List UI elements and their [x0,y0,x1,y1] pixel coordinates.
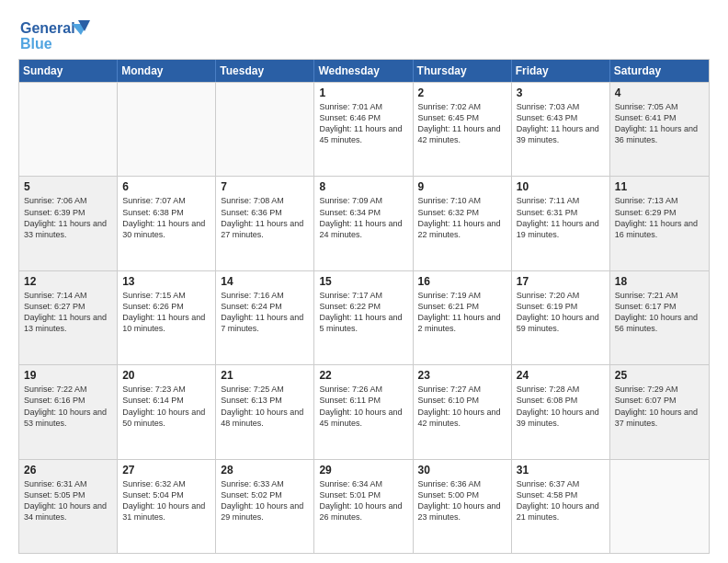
calendar-week: 26Sunrise: 6:31 AM Sunset: 5:05 PM Dayli… [19,459,709,553]
calendar-cell: 25Sunrise: 7:29 AM Sunset: 6:07 PM Dayli… [610,365,709,458]
day-info: Sunrise: 6:37 AM Sunset: 4:58 PM Dayligh… [517,478,605,523]
day-info: Sunrise: 7:29 AM Sunset: 6:07 PM Dayligh… [615,384,704,429]
day-info: Sunrise: 7:19 AM Sunset: 6:21 PM Dayligh… [418,290,506,335]
day-info: Sunrise: 7:26 AM Sunset: 6:11 PM Dayligh… [319,384,407,429]
day-number: 12 [24,275,112,288]
calendar-cell: 18Sunrise: 7:21 AM Sunset: 6:17 PM Dayli… [610,271,709,364]
day-number: 17 [517,275,605,288]
day-number: 8 [319,180,407,193]
calendar-cell: 19Sunrise: 7:22 AM Sunset: 6:16 PM Dayli… [19,365,118,458]
calendar-cell: 11Sunrise: 7:13 AM Sunset: 6:29 PM Dayli… [610,177,709,270]
weekday-header: Monday [118,60,216,82]
calendar-cell: 26Sunrise: 6:31 AM Sunset: 5:05 PM Dayli… [19,460,118,553]
calendar-cell: 8Sunrise: 7:09 AM Sunset: 6:34 PM Daylig… [314,177,413,270]
calendar-week: 5Sunrise: 7:06 AM Sunset: 6:39 PM Daylig… [19,176,709,270]
calendar-cell: 13Sunrise: 7:15 AM Sunset: 6:26 PM Dayli… [118,271,216,364]
logo: General Blue [18,17,92,52]
day-info: Sunrise: 7:13 AM Sunset: 6:29 PM Dayligh… [615,195,704,240]
day-number: 27 [122,464,210,477]
day-info: Sunrise: 7:15 AM Sunset: 6:26 PM Dayligh… [122,290,210,335]
calendar-cell: 17Sunrise: 7:20 AM Sunset: 6:19 PM Dayli… [512,271,610,364]
day-info: Sunrise: 7:25 AM Sunset: 6:13 PM Dayligh… [221,384,309,429]
calendar-cell: 15Sunrise: 7:17 AM Sunset: 6:22 PM Dayli… [314,271,413,364]
calendar-cell: 4Sunrise: 7:05 AM Sunset: 6:41 PM Daylig… [610,83,709,176]
day-number: 5 [24,180,112,193]
calendar-header: SundayMondayTuesdayWednesdayThursdayFrid… [19,60,709,82]
calendar-cell: 24Sunrise: 7:28 AM Sunset: 6:08 PM Dayli… [512,365,610,458]
day-info: Sunrise: 7:08 AM Sunset: 6:36 PM Dayligh… [221,195,309,240]
calendar-cell: 27Sunrise: 6:32 AM Sunset: 5:04 PM Dayli… [118,460,216,553]
svg-text:Blue: Blue [20,36,52,52]
calendar-cell: 6Sunrise: 7:07 AM Sunset: 6:38 PM Daylig… [118,177,216,270]
day-number: 2 [418,86,506,99]
day-info: Sunrise: 7:07 AM Sunset: 6:38 PM Dayligh… [122,195,210,240]
svg-text:General: General [20,20,75,36]
calendar-cell: 3Sunrise: 7:03 AM Sunset: 6:43 PM Daylig… [512,83,610,176]
day-info: Sunrise: 7:17 AM Sunset: 6:22 PM Dayligh… [319,290,407,335]
day-number: 19 [24,369,112,382]
day-info: Sunrise: 7:28 AM Sunset: 6:08 PM Dayligh… [517,384,605,429]
calendar-week: 12Sunrise: 7:14 AM Sunset: 6:27 PM Dayli… [19,270,709,364]
calendar-cell [19,83,118,176]
day-info: Sunrise: 7:03 AM Sunset: 6:43 PM Dayligh… [517,101,605,146]
day-number: 15 [319,275,407,288]
day-info: Sunrise: 7:14 AM Sunset: 6:27 PM Dayligh… [24,290,112,335]
calendar-cell: 10Sunrise: 7:11 AM Sunset: 6:31 PM Dayli… [512,177,610,270]
calendar-cell: 16Sunrise: 7:19 AM Sunset: 6:21 PM Dayli… [414,271,512,364]
calendar-week: 1Sunrise: 7:01 AM Sunset: 6:46 PM Daylig… [19,82,709,176]
day-info: Sunrise: 7:20 AM Sunset: 6:19 PM Dayligh… [517,290,605,335]
calendar-cell: 28Sunrise: 6:33 AM Sunset: 5:02 PM Dayli… [216,460,314,553]
day-info: Sunrise: 6:36 AM Sunset: 5:00 PM Dayligh… [418,478,506,523]
day-number: 18 [615,275,704,288]
day-info: Sunrise: 7:05 AM Sunset: 6:41 PM Dayligh… [615,101,704,146]
day-number: 23 [418,369,506,382]
day-number: 28 [221,464,309,477]
day-number: 20 [122,369,210,382]
day-info: Sunrise: 6:31 AM Sunset: 5:05 PM Dayligh… [24,478,112,523]
calendar-body: 1Sunrise: 7:01 AM Sunset: 6:46 PM Daylig… [19,82,709,553]
day-info: Sunrise: 7:11 AM Sunset: 6:31 PM Dayligh… [517,195,605,240]
weekday-header: Wednesday [314,60,413,82]
day-info: Sunrise: 7:22 AM Sunset: 6:16 PM Dayligh… [24,384,112,429]
calendar-week: 19Sunrise: 7:22 AM Sunset: 6:16 PM Dayli… [19,364,709,458]
day-info: Sunrise: 7:10 AM Sunset: 6:32 PM Dayligh… [418,195,506,240]
weekday-header: Saturday [610,60,709,82]
day-number: 14 [221,275,309,288]
day-number: 25 [615,369,704,382]
calendar-cell: 22Sunrise: 7:26 AM Sunset: 6:11 PM Dayli… [314,365,413,458]
weekday-header: Thursday [414,60,512,82]
calendar-cell: 2Sunrise: 7:02 AM Sunset: 6:45 PM Daylig… [414,83,512,176]
day-info: Sunrise: 6:33 AM Sunset: 5:02 PM Dayligh… [221,478,309,523]
calendar-cell: 14Sunrise: 7:16 AM Sunset: 6:24 PM Dayli… [216,271,314,364]
calendar-cell: 7Sunrise: 7:08 AM Sunset: 6:36 PM Daylig… [216,177,314,270]
day-number: 21 [221,369,309,382]
day-info: Sunrise: 7:09 AM Sunset: 6:34 PM Dayligh… [319,195,407,240]
calendar-cell [610,460,709,553]
day-number: 16 [418,275,506,288]
calendar-cell: 9Sunrise: 7:10 AM Sunset: 6:32 PM Daylig… [414,177,512,270]
day-number: 24 [517,369,605,382]
weekday-header: Friday [512,60,610,82]
day-number: 22 [319,369,407,382]
day-info: Sunrise: 7:27 AM Sunset: 6:10 PM Dayligh… [418,384,506,429]
day-number: 6 [122,180,210,193]
calendar-cell: 12Sunrise: 7:14 AM Sunset: 6:27 PM Dayli… [19,271,118,364]
calendar-cell: 5Sunrise: 7:06 AM Sunset: 6:39 PM Daylig… [19,177,118,270]
calendar-cell: 21Sunrise: 7:25 AM Sunset: 6:13 PM Dayli… [216,365,314,458]
day-number: 11 [615,180,704,193]
weekday-header: Tuesday [216,60,314,82]
day-info: Sunrise: 7:01 AM Sunset: 6:46 PM Dayligh… [319,101,407,146]
day-info: Sunrise: 7:21 AM Sunset: 6:17 PM Dayligh… [615,290,704,335]
day-info: Sunrise: 7:16 AM Sunset: 6:24 PM Dayligh… [221,290,309,335]
calendar-cell [118,83,216,176]
calendar-cell: 29Sunrise: 6:34 AM Sunset: 5:01 PM Dayli… [314,460,413,553]
weekday-header: Sunday [19,60,118,82]
calendar: SundayMondayTuesdayWednesdayThursdayFrid… [18,59,710,554]
day-number: 3 [517,86,605,99]
calendar-cell: 31Sunrise: 6:37 AM Sunset: 4:58 PM Dayli… [512,460,610,553]
day-number: 30 [418,464,506,477]
day-info: Sunrise: 7:02 AM Sunset: 6:45 PM Dayligh… [418,101,506,146]
day-info: Sunrise: 6:32 AM Sunset: 5:04 PM Dayligh… [122,478,210,523]
day-number: 10 [517,180,605,193]
day-number: 13 [122,275,210,288]
